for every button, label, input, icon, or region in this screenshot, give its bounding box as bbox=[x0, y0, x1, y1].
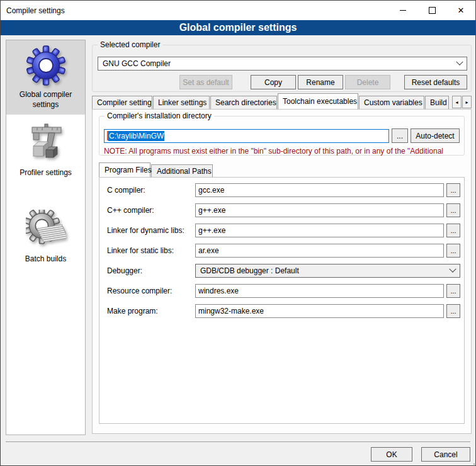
field-label: Debugger: bbox=[102, 266, 195, 275]
browse-cpp-compiler-button[interactable]: ... bbox=[446, 203, 460, 217]
minimize-icon bbox=[400, 10, 406, 11]
tab-label: Custom variables bbox=[364, 98, 422, 107]
bin-subdirectory-note: NOTE: All programs must exist either in … bbox=[104, 147, 464, 156]
sidebar-item-profiler-settings[interactable]: Profiler settings bbox=[6, 118, 85, 183]
set-as-default-button[interactable]: Set as default bbox=[179, 75, 232, 89]
tab-build-options-clipped[interactable]: Build options bbox=[425, 96, 449, 109]
field-value: g++.exe bbox=[198, 206, 225, 215]
dialog-banner: Global compiler settings bbox=[1, 20, 475, 35]
ellipsis-icon: ... bbox=[450, 287, 456, 295]
selected-path-text: C:\raylib\MinGW bbox=[108, 131, 164, 141]
field-label: Linker for dynamic libs: bbox=[102, 226, 195, 235]
tab-label: Compiler settings bbox=[97, 98, 152, 107]
window-title: Compiler settings bbox=[6, 6, 65, 15]
field-value: ar.exe bbox=[198, 246, 219, 255]
maximize-icon bbox=[429, 7, 436, 14]
ellipsis-icon: ... bbox=[450, 227, 456, 234]
ellipsis-icon: ... bbox=[450, 207, 456, 214]
ellipsis-icon: ... bbox=[450, 307, 456, 315]
browse-c-compiler-button[interactable]: ... bbox=[446, 183, 460, 197]
selected-compiler-group: Selected compiler GNU GCC Compiler Set a… bbox=[92, 45, 472, 92]
cancel-button[interactable]: Cancel bbox=[421, 447, 470, 462]
sidebar-item-global-compiler-settings[interactable]: Global compiler settings bbox=[6, 40, 85, 115]
close-icon: ✕ bbox=[458, 6, 465, 14]
ok-button[interactable]: OK bbox=[371, 447, 412, 462]
installation-directory-group: Compiler's installation directory C:\ray… bbox=[99, 116, 465, 156]
tab-program-files[interactable]: Program Files bbox=[99, 162, 150, 177]
ellipsis-icon: ... bbox=[397, 132, 403, 140]
minimize-button[interactable] bbox=[388, 1, 417, 20]
field-row-cpp-compiler: C++ compiler: g++.exe ... bbox=[102, 203, 460, 217]
field-value: gcc.exe bbox=[198, 186, 224, 195]
field-value: windres.exe bbox=[198, 287, 239, 295]
close-button[interactable]: ✕ bbox=[446, 1, 475, 20]
cpp-compiler-input[interactable]: g++.exe bbox=[195, 203, 444, 217]
copy-button[interactable]: Copy bbox=[251, 75, 296, 89]
button-label: Reset defaults bbox=[412, 78, 460, 87]
sidebar-item-label: Profiler settings bbox=[20, 168, 72, 178]
rename-button[interactable]: Rename bbox=[298, 75, 343, 89]
button-label: OK bbox=[386, 450, 397, 459]
delete-button[interactable]: Delete bbox=[345, 75, 390, 89]
toolchain-executables-panel: Compiler's installation directory C:\ray… bbox=[92, 109, 472, 434]
selected-compiler-dropdown[interactable]: GNU GCC Compiler bbox=[98, 57, 467, 71]
auto-detect-button[interactable]: Auto-detect bbox=[411, 128, 460, 143]
sidebar-item-label: Batch builds bbox=[25, 254, 66, 264]
title-bar: Compiler settings ✕ bbox=[1, 1, 475, 20]
button-label: Cancel bbox=[434, 450, 457, 459]
browse-make-program-button[interactable]: ... bbox=[446, 304, 460, 318]
debugger-dropdown[interactable]: GDB/CDB debugger : Default bbox=[195, 264, 460, 278]
tab-additional-paths[interactable]: Additional Paths bbox=[151, 164, 213, 177]
field-value: GDB/CDB debugger : Default bbox=[200, 266, 299, 275]
tab-label: Search directories bbox=[215, 98, 276, 107]
button-label: Copy bbox=[264, 78, 282, 87]
installation-directory-input[interactable]: C:\raylib\MinGW bbox=[104, 129, 389, 143]
sidebar-item-batch-builds[interactable]: Batch builds bbox=[6, 205, 85, 270]
caliper-cubes-icon bbox=[25, 123, 67, 164]
chevron-down-icon bbox=[449, 266, 456, 273]
linker-dynamic-input[interactable]: g++.exe bbox=[195, 224, 444, 237]
tab-label: Toolchain executables bbox=[283, 97, 357, 106]
tab-scroll-right-button[interactable]: ▸ bbox=[462, 96, 472, 108]
ellipsis-icon: ... bbox=[450, 247, 456, 254]
field-row-linker-dynamic: Linker for dynamic libs: g++.exe ... bbox=[102, 224, 460, 237]
field-row-resource-compiler: Resource compiler: windres.exe ... bbox=[102, 284, 460, 298]
browse-linker-dynamic-button[interactable]: ... bbox=[446, 224, 460, 237]
ellipsis-icon: ... bbox=[450, 186, 456, 194]
button-label: Delete bbox=[357, 78, 379, 87]
make-program-input[interactable]: mingw32-make.exe bbox=[195, 304, 444, 318]
c-compiler-input[interactable]: gcc.exe bbox=[195, 183, 444, 197]
resource-compiler-input[interactable]: windres.exe bbox=[195, 284, 444, 298]
gray-gear-stack-icon bbox=[25, 209, 67, 251]
program-files-panel: C compiler: gcc.exe ... C++ compiler: g+… bbox=[99, 177, 465, 424]
tab-scroll-left-button[interactable]: ◂ bbox=[452, 96, 462, 108]
field-label: Resource compiler: bbox=[102, 287, 195, 295]
sidebar-item-label: Global compiler settings bbox=[8, 90, 84, 110]
tab-label: Build options bbox=[430, 98, 449, 107]
browse-linker-static-button[interactable]: ... bbox=[446, 244, 460, 258]
resize-grip[interactable] bbox=[471, 461, 472, 462]
field-row-debugger: Debugger: GDB/CDB debugger : Default bbox=[102, 264, 460, 278]
reset-defaults-button[interactable]: Reset defaults bbox=[404, 75, 467, 89]
linker-static-input[interactable]: ar.exe bbox=[195, 244, 444, 258]
field-row-linker-static: Linker for static libs: ar.exe ... bbox=[102, 244, 460, 258]
tab-toolchain-executables[interactable]: Toolchain executables bbox=[278, 93, 358, 109]
browse-resource-compiler-button[interactable]: ... bbox=[446, 284, 460, 298]
tab-custom-variables[interactable]: Custom variables bbox=[359, 96, 424, 109]
field-row-make-program: Make program: mingw32-make.exe ... bbox=[102, 304, 460, 318]
tab-linker-settings[interactable]: Linker settings bbox=[153, 96, 210, 109]
tab-compiler-settings[interactable]: Compiler settings bbox=[92, 96, 152, 109]
blue-gear-icon bbox=[25, 45, 67, 86]
field-value: g++.exe bbox=[198, 226, 225, 235]
settings-tabstrip: Compiler settings Linker settings Search… bbox=[92, 93, 472, 109]
tab-search-directories[interactable]: Search directories bbox=[210, 96, 277, 109]
maximize-button[interactable] bbox=[417, 1, 446, 20]
compiler-settings-dialog: Compiler settings ✕ Global compiler sett… bbox=[0, 0, 476, 466]
chevron-down-icon bbox=[456, 59, 463, 65]
browse-directory-button[interactable]: ... bbox=[392, 128, 408, 143]
selected-compiler-value: GNU GCC Compiler bbox=[103, 59, 171, 68]
banner-title: Global compiler settings bbox=[179, 22, 297, 33]
field-label: Linker for static libs: bbox=[102, 246, 195, 255]
button-label: Auto-detect bbox=[416, 132, 454, 140]
button-label: Set as default bbox=[183, 78, 229, 87]
